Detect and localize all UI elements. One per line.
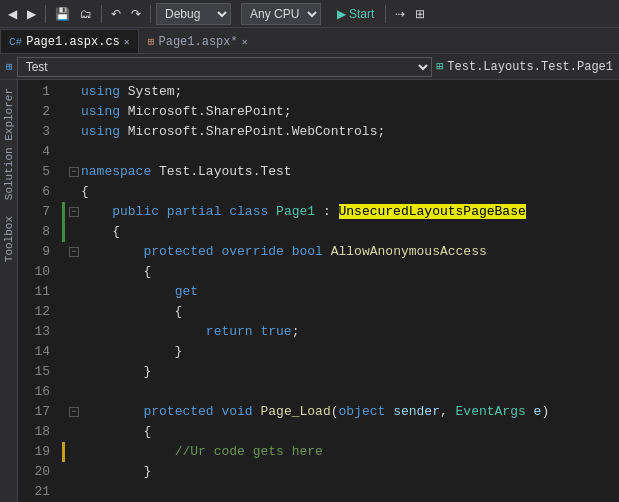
code-text: [81, 142, 619, 162]
line-number: 15: [18, 362, 50, 382]
tab-cs-label: Page1.aspx.cs: [26, 35, 120, 49]
code-line: using System;: [62, 82, 619, 102]
token-kw: get: [175, 284, 198, 299]
separator-2: [101, 5, 102, 23]
token-kw: void: [221, 404, 252, 419]
save-button[interactable]: 💾: [51, 5, 74, 23]
code-line: − public partial class Page1 : Unsecured…: [62, 202, 619, 222]
forward-button[interactable]: ▶: [23, 5, 40, 23]
token-type: EventArgs: [456, 404, 526, 419]
collapse-gutter: [65, 462, 81, 482]
token-kw: bool: [292, 244, 323, 259]
token-plain: (: [331, 404, 339, 419]
back-button[interactable]: ◀: [4, 5, 21, 23]
solution-explorer-label[interactable]: Solution Explorer: [1, 80, 17, 208]
breadcrumb-right: ⊞ Test.Layouts.Test.Page1: [436, 59, 613, 74]
start-button[interactable]: ▶ Start: [331, 5, 380, 23]
token-kw: public: [112, 204, 159, 219]
line-number: 4: [18, 142, 50, 162]
collapse-gutter: −: [65, 402, 81, 422]
collapse-gutter: [65, 322, 81, 342]
code-text: {: [81, 302, 619, 322]
code-line: [62, 142, 619, 162]
token-comment: //Ur code gets here: [175, 444, 323, 459]
token-kw: protected: [143, 404, 213, 419]
play-icon: ▶: [337, 7, 346, 21]
collapse-gutter: [65, 262, 81, 282]
line-number: 20: [18, 462, 50, 482]
code-text: namespace Test.Layouts.Test: [81, 162, 619, 182]
collapse-gutter: [65, 182, 81, 202]
token-param: sender: [393, 404, 440, 419]
token-plain: [526, 404, 534, 419]
separator-3: [150, 5, 151, 23]
token-kw: class: [229, 204, 268, 219]
toolbar-extra-button[interactable]: ⇢: [391, 5, 409, 23]
token-plain: [159, 204, 167, 219]
token-kw: object: [339, 404, 386, 419]
tab-aspx-label: Page1.aspx*: [158, 35, 237, 49]
token-plain: [81, 404, 143, 419]
build-config-dropdown[interactable]: Debug Release: [156, 3, 231, 25]
code-line: [62, 382, 619, 402]
collapse-gutter: [65, 282, 81, 302]
cs-icon: C#: [9, 36, 22, 48]
code-content[interactable]: using System;using Microsoft.SharePoint;…: [58, 80, 619, 502]
collapse-gutter: −: [65, 162, 81, 182]
redo-button[interactable]: ↷: [127, 5, 145, 23]
token-plain: [268, 204, 276, 219]
line-number: 14: [18, 342, 50, 362]
code-text: [81, 482, 619, 502]
collapse-button[interactable]: −: [69, 407, 79, 417]
breadcrumb-method-text: Test.Layouts.Test.Page1: [447, 60, 613, 74]
breadcrumb-class-dropdown[interactable]: Test: [17, 57, 433, 77]
line-number: 17: [18, 402, 50, 422]
code-text: {: [81, 182, 619, 202]
code-text: get: [81, 282, 619, 302]
collapse-gutter: −: [65, 242, 81, 262]
aspx-icon: ⊞: [148, 35, 155, 48]
code-text: //Ur code gets here: [81, 442, 619, 462]
collapse-gutter: −: [65, 202, 81, 222]
code-text: protected void Page_Load(object sender, …: [81, 402, 619, 422]
code-area: 1234567891011121314151617181920212223 us…: [18, 80, 619, 502]
code-line: }: [62, 362, 619, 382]
tab-aspx[interactable]: ⊞ Page1.aspx* ✕: [139, 29, 257, 53]
save-all-button[interactable]: 🗂: [76, 5, 96, 23]
collapse-gutter: [65, 382, 81, 402]
tab-bar: C# Page1.aspx.cs ✕ ⊞ Page1.aspx* ✕: [0, 28, 619, 54]
token-method: Page_Load: [260, 404, 330, 419]
tab-cs-close[interactable]: ✕: [124, 36, 130, 48]
token-plain: }: [81, 364, 151, 379]
toolbar: ◀ ▶ 💾 🗂 ↶ ↷ Debug Release Any CPU x86 x6…: [0, 0, 619, 28]
breadcrumb-icon-right: ⊞: [436, 59, 443, 74]
code-line: {: [62, 262, 619, 282]
line-number: 3: [18, 122, 50, 142]
toolbar-extra-button2[interactable]: ⊞: [411, 5, 429, 23]
code-line: return true;: [62, 322, 619, 342]
token-plain: System;: [120, 84, 182, 99]
token-type: Page1: [276, 204, 315, 219]
token-kw: namespace: [81, 164, 151, 179]
token-plain: Test.Layouts.Test: [151, 164, 291, 179]
collapse-gutter: [65, 82, 81, 102]
code-text: using Microsoft.SharePoint;: [81, 102, 619, 122]
tab-cs[interactable]: C# Page1.aspx.cs ✕: [0, 29, 139, 53]
code-line: }: [62, 342, 619, 362]
code-line: − protected override bool AllowAnonymous…: [62, 242, 619, 262]
undo-button[interactable]: ↶: [107, 5, 125, 23]
token-plain: [81, 284, 175, 299]
collapse-button[interactable]: −: [69, 207, 79, 217]
token-plain: [323, 244, 331, 259]
cpu-dropdown[interactable]: Any CPU x86 x64: [241, 3, 321, 25]
collapse-button[interactable]: −: [69, 167, 79, 177]
code-text: }: [81, 462, 619, 482]
collapse-button[interactable]: −: [69, 247, 79, 257]
code-line: −namespace Test.Layouts.Test: [62, 162, 619, 182]
token-plain: [385, 404, 393, 419]
token-kw: true: [260, 324, 291, 339]
tab-aspx-close[interactable]: ✕: [242, 36, 248, 48]
code-line: using Microsoft.SharePoint.WebControls;: [62, 122, 619, 142]
code-line: {: [62, 182, 619, 202]
toolbox-label[interactable]: Toolbox: [1, 208, 17, 270]
